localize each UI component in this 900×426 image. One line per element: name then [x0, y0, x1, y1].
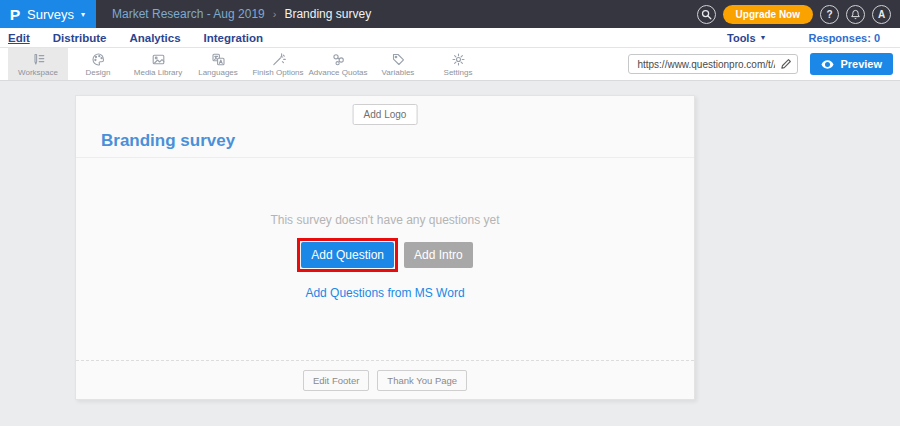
toolbar-item-finish-options[interactable]: Finish Options	[248, 48, 308, 80]
workspace-icon	[31, 52, 46, 67]
account-avatar[interactable]: A	[872, 5, 891, 24]
eye-icon	[821, 60, 834, 69]
toolbar-item-label: Finish Options	[252, 68, 303, 77]
toolbar-item-media-library[interactable]: Media Library	[128, 48, 188, 80]
search-button[interactable]	[697, 5, 716, 24]
questionpro-logo-icon: P	[10, 7, 21, 22]
red-highlight-box: Add Question	[297, 238, 398, 272]
toolbar-item-label: Media Library	[134, 68, 182, 77]
menubar-right: Tools ▼ Responses: 0	[727, 32, 880, 44]
tools-menu[interactable]: Tools ▼	[727, 32, 766, 44]
toolbar-item-languages[interactable]: Languages	[188, 48, 248, 80]
edit-footer-button[interactable]: Edit Footer	[303, 370, 369, 391]
empty-state-message: This survey doesn't have any questions y…	[270, 213, 499, 227]
toolbar-item-label: Workspace	[18, 68, 58, 77]
edit-toolbar: Workspace Design Media Library Languages	[0, 48, 900, 81]
survey-url-wrap	[628, 54, 798, 75]
survey-card: Add Logo Branding survey This survey doe…	[75, 95, 695, 400]
content-area: Add Logo Branding survey This survey doe…	[0, 81, 900, 426]
survey-card-footer: Edit Footer Thank You Page	[76, 360, 694, 399]
notifications-button[interactable]	[846, 5, 865, 24]
breadcrumb-separator-icon: ›	[273, 8, 277, 20]
tab-distribute[interactable]: Distribute	[53, 32, 107, 44]
tag-icon	[391, 52, 406, 67]
chevron-down-icon: ▼	[760, 34, 767, 41]
menu-bar: Edit Distribute Analytics Integration To…	[0, 28, 900, 48]
thank-you-page-button[interactable]: Thank You Page	[377, 370, 467, 391]
toolbar-item-design[interactable]: Design	[68, 48, 128, 80]
surveys-menu[interactable]: P Surveys ▾	[0, 0, 96, 28]
chevron-down-icon: ▾	[81, 10, 85, 19]
question-mark-icon: ?	[826, 9, 832, 20]
preview-label: Preview	[840, 58, 882, 70]
avatar-initial: A	[878, 9, 885, 20]
media-image-icon	[151, 52, 166, 67]
menu-tabs: Edit Distribute Analytics Integration	[8, 32, 263, 44]
edit-pencil-icon[interactable]	[780, 58, 792, 70]
toolbar-item-advance-quotas[interactable]: Advance Quotas	[308, 48, 368, 80]
toolbar-right: Preview	[628, 48, 900, 80]
topbar-actions: Upgrade Now ? A	[697, 5, 900, 24]
toolbar-item-label: Design	[86, 68, 111, 77]
action-button-row: Add Question Add Intro	[297, 238, 472, 272]
translate-icon	[211, 52, 226, 67]
survey-card-header: Add Logo Branding survey	[76, 96, 694, 158]
add-logo-button[interactable]: Add Logo	[353, 104, 418, 125]
add-questions-ms-word-link[interactable]: Add Questions from MS Word	[305, 286, 464, 300]
tools-label: Tools	[727, 32, 756, 44]
add-question-button[interactable]: Add Question	[301, 242, 394, 268]
gear-icon	[451, 52, 466, 67]
toolbar-item-variables[interactable]: Variables	[368, 48, 428, 80]
search-icon	[701, 9, 712, 20]
responses-count[interactable]: Responses: 0	[808, 32, 880, 44]
survey-title[interactable]: Branding survey	[101, 131, 235, 151]
breadcrumb: Market Research - Aug 2019 › Branding su…	[112, 7, 371, 21]
product-name: Surveys	[27, 7, 74, 22]
tab-integration[interactable]: Integration	[204, 32, 263, 44]
toolbar-item-label: Languages	[198, 68, 238, 77]
survey-card-body: This survey doesn't have any questions y…	[76, 158, 694, 360]
tab-edit[interactable]: Edit	[8, 32, 30, 44]
add-intro-button[interactable]: Add Intro	[404, 242, 473, 268]
breadcrumb-parent[interactable]: Market Research - Aug 2019	[112, 7, 265, 21]
upgrade-now-button[interactable]: Upgrade Now	[723, 5, 813, 24]
magic-wand-icon	[271, 52, 286, 67]
tab-analytics[interactable]: Analytics	[129, 32, 180, 44]
toolbar-item-settings[interactable]: Settings	[428, 48, 488, 80]
preview-button[interactable]: Preview	[810, 53, 893, 75]
toolbar-item-label: Advance Quotas	[308, 68, 367, 77]
help-button[interactable]: ?	[820, 5, 839, 24]
design-palette-icon	[91, 52, 106, 67]
toolbar-item-workspace[interactable]: Workspace	[8, 48, 68, 80]
survey-url-input[interactable]	[628, 54, 798, 74]
toolbar-item-label: Variables	[382, 68, 415, 77]
bell-icon	[850, 9, 861, 20]
top-bar: P Surveys ▾ Market Research - Aug 2019 ›…	[0, 0, 900, 28]
chain-links-icon	[331, 52, 346, 67]
toolbar-item-label: Settings	[444, 68, 473, 77]
breadcrumb-current: Branding survey	[284, 7, 371, 21]
